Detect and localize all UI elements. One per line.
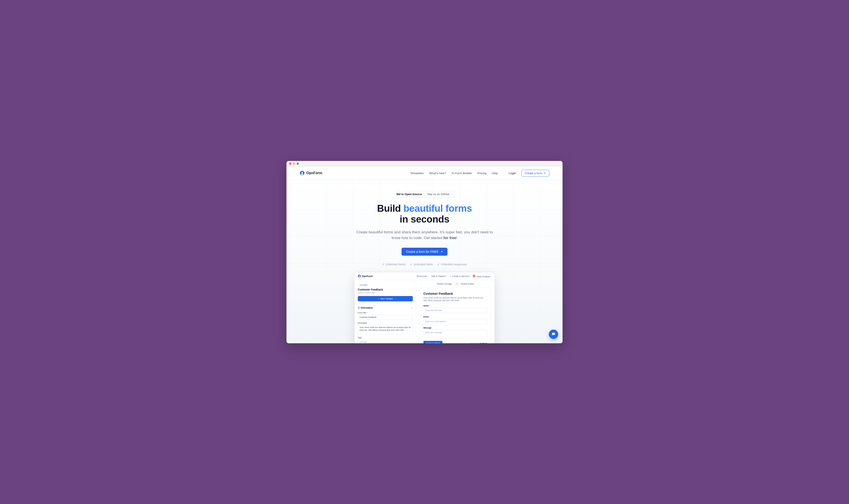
hero: We're Open-Source Star us on GitHub Buil… — [286, 180, 563, 343]
maximize-dot[interactable] — [297, 162, 299, 165]
mock-nav-resources[interactable]: Resources▾ — [417, 275, 428, 277]
close-dot[interactable] — [289, 162, 291, 165]
nav-ai-builder[interactable]: AI Form Builder — [452, 172, 472, 175]
chevron-right-icon — [450, 193, 453, 195]
brand-logo-icon — [358, 275, 361, 278]
email-label: Email * — [423, 316, 487, 318]
name-input[interactable]: Enter your full name — [423, 308, 487, 313]
check-icon: ✓ — [410, 263, 412, 266]
avatar-icon — [473, 275, 475, 277]
check-icon: ✓ — [437, 263, 440, 266]
navbar: OpnForm Templates What's new? AI Form Bu… — [286, 167, 563, 180]
mock-nav-help[interactable]: Help & Support▾ — [431, 275, 447, 277]
preview-description: Amet minim mollit non deserunt ullamco e… — [423, 297, 487, 302]
hero-cta-button[interactable]: Create a form for FREE — [402, 248, 447, 256]
nav-help[interactable]: Help — [492, 172, 498, 175]
chevron-down-icon: ▾ — [491, 276, 491, 277]
check-icon: ✓ — [378, 298, 379, 300]
preview-toggle[interactable] — [454, 283, 459, 285]
nav-templates[interactable]: Templates — [410, 172, 424, 175]
app-screenshot: OpnForm Resources▾ Help & Support▾ + Cre… — [354, 272, 495, 343]
nav-login[interactable]: Login — [509, 172, 516, 175]
nav-pricing[interactable]: Pricing — [477, 172, 487, 175]
svg-point-1 — [301, 172, 303, 174]
badge-left: We're Open-Source — [396, 193, 422, 196]
chat-fab[interactable] — [549, 329, 558, 339]
arrow-up-right-icon — [440, 250, 443, 253]
brand-logo-icon — [300, 170, 304, 176]
open-source-badge[interactable]: We're Open-Source Star us on GitHub — [393, 191, 457, 198]
chevron-up-icon — [411, 307, 413, 309]
svg-point-3 — [359, 275, 360, 276]
form-name: Customer Feedback — [358, 288, 413, 291]
mock-preview: Preview Full-page Preview Embed Customer… — [416, 280, 494, 343]
name-label: Name * — [423, 305, 487, 307]
preview-full-label: Preview Full-page — [437, 283, 452, 285]
chevron-down-icon — [409, 341, 411, 343]
info-icon: ⓘ — [358, 307, 360, 309]
create-form-button[interactable]: Create a form — [521, 170, 549, 177]
chevron-left-icon — [358, 284, 359, 286]
go-back-link[interactable]: Go back — [358, 284, 368, 286]
email-input[interactable]: Enter your email address — [423, 319, 487, 324]
mock-brand: OpnForm — [358, 275, 373, 278]
chevron-down-icon: ▾ — [427, 275, 428, 277]
window-titlebar — [286, 161, 563, 167]
minimize-dot[interactable] — [293, 162, 295, 165]
brand[interactable]: OpnForm — [300, 170, 322, 176]
powered-by: Powered by OpnForm — [471, 342, 487, 343]
nav-whats-new[interactable]: What's new? — [429, 172, 446, 175]
plus-icon: + — [450, 275, 451, 277]
form-title-label: Form Title * — [358, 312, 413, 314]
section-information[interactable]: ⓘInformation — [355, 304, 416, 312]
form-title-input[interactable]: Customer Feedback — [358, 315, 413, 320]
message-label: Message — [423, 327, 487, 329]
brand-name: OpnForm — [306, 171, 322, 175]
hero-title: Build beautiful forms in seconds — [286, 203, 563, 225]
description-input[interactable]: Amet minim mollit non deserunt ullamco e… — [358, 325, 413, 334]
check-icon: ✓ — [382, 263, 385, 266]
mock-sidebar: Go back Customer Feedback Edited 2 month… — [355, 280, 416, 343]
mock-topbar: OpnForm Resources▾ Help & Support▾ + Cre… — [355, 272, 495, 280]
save-changes-button[interactable]: ✓ Save changes — [358, 296, 413, 301]
chevron-down-icon: ▾ — [446, 275, 447, 277]
form-edited: Edited 2 months ago — [358, 292, 413, 294]
preview-embed-label: Preview Embed — [461, 283, 474, 285]
mock-workspace[interactable]: Client Projects▾ — [473, 275, 491, 278]
tags-select[interactable]: Add tags — [358, 340, 413, 343]
hero-subtitle: Create beautiful forms and share them an… — [354, 229, 495, 241]
arrow-up-right-icon — [544, 172, 546, 175]
nav-separator — [503, 171, 503, 175]
form-preview-card: Customer Feedback Amet minim mollit non … — [419, 288, 491, 343]
tags-label: Tags — [358, 337, 413, 339]
message-input[interactable]: Write your message... — [423, 330, 487, 338]
description-label: Description — [358, 322, 413, 324]
preview-title: Customer Feedback — [423, 292, 487, 295]
hero-checks: ✓Unlimited forms ✓Unlimited fields ✓Unli… — [286, 263, 563, 266]
chat-icon — [551, 332, 556, 337]
mock-nav-create[interactable]: + Create a new form — [450, 275, 470, 277]
badge-right: Star us on GitHub — [427, 193, 453, 196]
submit-feedback-button[interactable]: Submit Feedback — [423, 341, 442, 343]
